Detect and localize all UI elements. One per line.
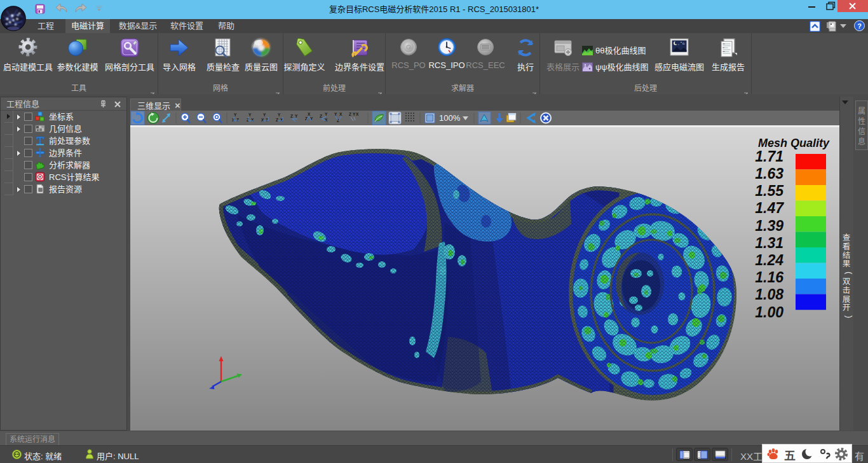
svg-text:Y: Y (234, 113, 237, 117)
svg-text:看: 看 (843, 242, 851, 251)
svg-text:Mesh Quality: Mesh Quality (758, 137, 830, 149)
svg-text:1.16: 1.16 (755, 269, 783, 286)
svg-text:展: 展 (843, 295, 851, 304)
svg-text:双: 双 (843, 277, 851, 286)
svg-text:X: X (308, 112, 311, 116)
svg-text:Z: Z (266, 118, 268, 122)
svg-text:Z: Z (349, 112, 351, 116)
svg-text:X: X (261, 118, 264, 122)
svg-text:1.00: 1.00 (755, 304, 783, 321)
svg-text:1.71: 1.71 (755, 148, 783, 165)
svg-text:(: ( (844, 272, 853, 275)
svg-text:X: X (251, 118, 254, 122)
svg-text:Z: Z (305, 116, 308, 121)
svg-text:Y: Y (248, 113, 252, 117)
svg-text:Y: Y (295, 114, 298, 118)
svg-text:果: 果 (843, 259, 851, 268)
svg-text:1.08: 1.08 (755, 286, 783, 303)
svg-text:X: X (339, 112, 342, 116)
svg-text:1.31: 1.31 (755, 235, 783, 251)
svg-text:性: 性 (858, 117, 865, 126)
svg-text:结: 结 (843, 251, 851, 260)
svg-text:Z: Z (276, 118, 278, 122)
svg-text:信: 信 (858, 127, 865, 136)
svg-text:1.24: 1.24 (755, 252, 783, 268)
svg-text:1.47: 1.47 (755, 200, 784, 216)
svg-text:息: 息 (858, 137, 865, 146)
svg-text:开: 开 (843, 303, 851, 312)
svg-text:X: X (356, 112, 359, 116)
svg-text:?: ? (857, 22, 862, 30)
svg-text:1.39: 1.39 (755, 218, 783, 234)
svg-text:Y: Y (325, 112, 328, 116)
svg-text:1.63: 1.63 (755, 165, 783, 182)
svg-text:100%: 100% (439, 113, 461, 123)
svg-text:Z: Z (236, 118, 239, 122)
svg-text:击: 击 (843, 286, 851, 295)
svg-text:X: X (325, 118, 328, 122)
svg-text:): ) (844, 315, 853, 318)
svg-text:Z: Z (290, 114, 293, 118)
svg-text:属: 属 (858, 107, 865, 116)
svg-text:Y: Y (310, 116, 313, 121)
svg-text:Y: Y (334, 112, 337, 116)
svg-text:Y: Y (263, 113, 266, 117)
svg-text:Z: Z (320, 114, 322, 118)
svg-text:1.55: 1.55 (755, 183, 784, 199)
svg-text:查: 查 (843, 233, 851, 242)
svg-text:Y: Y (278, 113, 281, 117)
